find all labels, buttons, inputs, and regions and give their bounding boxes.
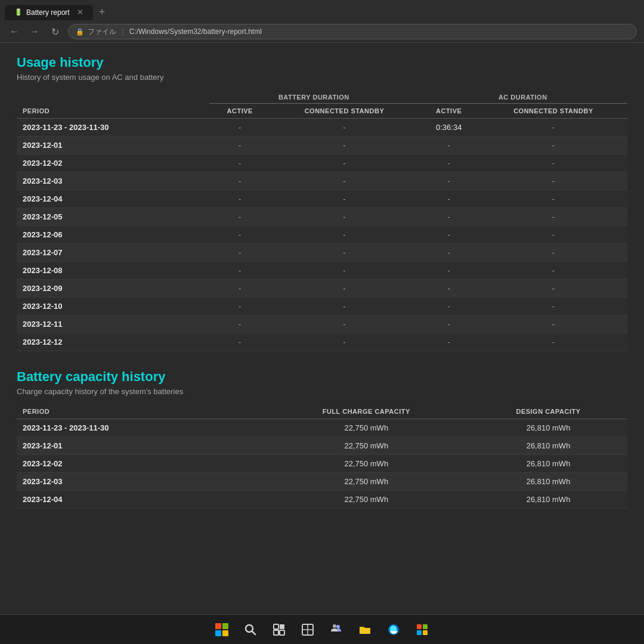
ac-standby-cell: -: [479, 137, 627, 154]
svg-rect-13: [417, 630, 422, 635]
usage-period-cell: 2023-12-07: [17, 244, 209, 262]
ac-active-cell: -: [419, 262, 479, 280]
ac-standby-cell: -: [479, 298, 627, 315]
full-charge-header: FULL CHARGE CAPACITY: [264, 404, 470, 419]
widgets-button[interactable]: [297, 619, 318, 640]
usage-table-row: 2023-11-23 - 2023-11-30 - - 0:36:34 -: [17, 119, 627, 137]
start-button[interactable]: [211, 619, 233, 640]
active-tab[interactable]: 🔋 Battery report ✕: [5, 5, 93, 20]
usage-period-cell: 2023-12-10: [17, 298, 209, 315]
bat-active-cell: -: [209, 208, 270, 226]
task-view-button[interactable]: [268, 619, 290, 640]
edge-icon: [387, 623, 400, 636]
ac-standby-cell: -: [479, 208, 627, 226]
cap-period-cell: 2023-12-02: [17, 455, 264, 473]
battery-capacity-section: Battery capacity history Charge capacity…: [17, 369, 627, 509]
bat-active-cell: -: [209, 226, 270, 244]
cap-period-cell: 2023-12-01: [17, 437, 264, 455]
ac-active-cell: -: [419, 190, 479, 208]
forward-button[interactable]: →: [27, 26, 42, 37]
file-explorer-icon: [358, 623, 371, 636]
full-charge-cell: 22,750 mWh: [264, 437, 470, 455]
design-cap-cell: 26,810 mWh: [469, 473, 627, 491]
bat-standby-cell: -: [270, 333, 418, 351]
usage-period-cell: 2023-12-04: [17, 190, 209, 208]
bat-active-cell: -: [209, 262, 270, 280]
design-cap-cell: 26,810 mWh: [469, 437, 627, 455]
usage-history-subtitle: History of system usage on AC and batter…: [17, 73, 627, 82]
ac-standby-cell: -: [479, 315, 627, 333]
url-protocol: ファイル: [88, 27, 116, 37]
new-tab-button[interactable]: +: [99, 6, 106, 18]
full-charge-cell: 22,750 mWh: [264, 473, 470, 491]
battery-duration-header: BATTERY DURATION: [209, 90, 418, 104]
ac-active-cell: -: [419, 137, 479, 154]
reload-button[interactable]: ↻: [48, 26, 62, 38]
back-button[interactable]: ←: [7, 26, 21, 37]
ac-standby-cell: -: [479, 226, 627, 244]
svg-rect-4: [274, 630, 278, 635]
ac-standby-cell: -: [479, 244, 627, 262]
capacity-table-row: 2023-11-23 - 2023-11-30 22,750 mWh 26,81…: [17, 419, 627, 437]
usage-table-row: 2023-12-01 - - - -: [17, 137, 627, 154]
usage-table-row: 2023-12-08 - - - -: [17, 262, 627, 280]
bat-standby-cell: -: [270, 208, 418, 226]
usage-period-cell: 2023-12-05: [17, 208, 209, 226]
full-charge-cell: 22,750 mWh: [264, 455, 470, 473]
capacity-table-row: 2023-12-01 22,750 mWh 26,810 mWh: [17, 437, 627, 455]
store-button[interactable]: [411, 619, 433, 640]
capacity-table-row: 2023-12-03 22,750 mWh 26,810 mWh: [17, 473, 627, 491]
bat-active-cell: -: [209, 298, 270, 315]
usage-period-cell: 2023-12-06: [17, 226, 209, 244]
url-path: C:/Windows/System32/battery-report.html: [129, 27, 262, 36]
taskbar: [0, 614, 644, 644]
period-col-header: PERIOD: [17, 90, 209, 119]
lock-icon: 🔒: [76, 28, 84, 36]
ac-active-cell: -: [419, 298, 479, 315]
teams-button[interactable]: [326, 619, 347, 640]
usage-history-section: Usage history History of system usage on…: [17, 55, 627, 351]
design-cap-cell: 26,810 mWh: [469, 455, 627, 473]
store-icon: [416, 623, 429, 636]
usage-period-cell: 2023-12-09: [17, 280, 209, 298]
bat-standby-cell: -: [270, 137, 418, 154]
file-explorer-button[interactable]: [354, 619, 376, 640]
bat-standby-cell: -: [270, 315, 418, 333]
url-bar[interactable]: 🔒 ファイル | C:/Windows/System32/battery-rep…: [68, 24, 637, 39]
edge-button[interactable]: [383, 619, 404, 640]
search-icon: [244, 623, 257, 636]
svg-rect-3: [280, 624, 284, 629]
full-charge-cell: 22,750 mWh: [264, 491, 470, 509]
bat-standby-cell: -: [270, 172, 418, 190]
cap-period-cell: 2023-11-23 - 2023-11-30: [17, 419, 264, 437]
usage-table-row: 2023-12-02 - - - -: [17, 154, 627, 172]
usage-period-cell: 2023-12-03: [17, 172, 209, 190]
bat-active-cell: -: [209, 172, 270, 190]
usage-table-row: 2023-12-07 - - - -: [17, 244, 627, 262]
usage-table-row: 2023-12-11 - - - -: [17, 315, 627, 333]
teams-icon: [329, 623, 343, 637]
ac-duration-header: AC DURATION: [419, 90, 628, 104]
ac-active-header: ACTIVE: [419, 104, 479, 119]
bat-active-cell: -: [209, 154, 270, 172]
cap-period-cell: 2023-12-04: [17, 491, 264, 509]
search-button[interactable]: [240, 619, 261, 640]
browser-chrome: 🔋 Battery report ✕ + ← → ↻ 🔒 ファイル | C:/W…: [0, 0, 644, 43]
usage-table-row: 2023-12-06 - - - -: [17, 226, 627, 244]
ac-standby-cell: -: [479, 280, 627, 298]
bat-active-cell: -: [209, 333, 270, 351]
usage-history-table: PERIOD BATTERY DURATION AC DURATION ACTI…: [17, 90, 627, 351]
svg-point-9: [336, 625, 340, 628]
usage-period-cell: 2023-11-23 - 2023-11-30: [17, 119, 209, 137]
bat-standby-cell: -: [270, 154, 418, 172]
usage-period-cell: 2023-12-12: [17, 333, 209, 351]
ac-active-cell: 0:36:34: [419, 119, 479, 137]
usage-period-cell: 2023-12-08: [17, 262, 209, 280]
ac-active-cell: -: [419, 226, 479, 244]
design-cap-cell: 26,810 mWh: [469, 419, 627, 437]
usage-history-title: Usage history: [17, 55, 627, 70]
ac-standby-cell: -: [479, 333, 627, 351]
usage-table-row: 2023-12-12 - - - -: [17, 333, 627, 351]
bat-active-header: ACTIVE: [209, 104, 270, 119]
svg-rect-12: [423, 624, 428, 629]
